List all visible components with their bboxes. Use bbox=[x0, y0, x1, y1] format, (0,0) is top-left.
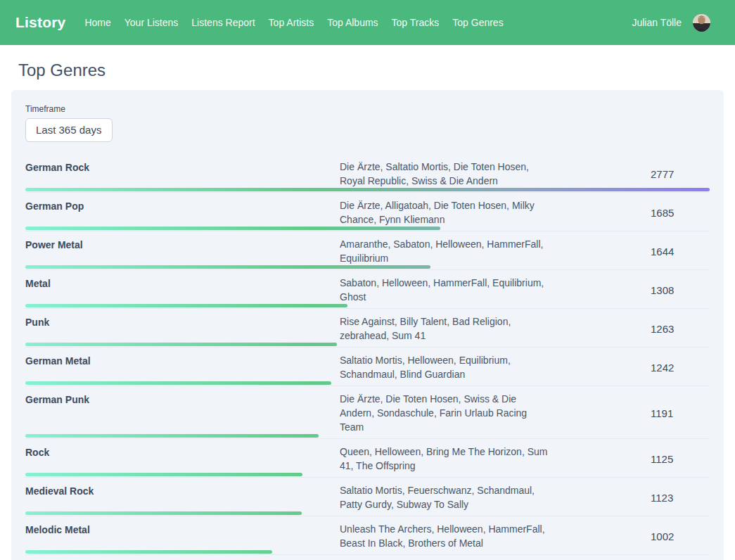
genre-table: German Rock Die Ärzte, Saltatio Mortis, … bbox=[25, 154, 710, 560]
genre-artists: Die Ärzte, Alligatoah, Die Toten Hosen, … bbox=[340, 198, 548, 227]
genres-card: Timeframe Last 365 days German Rock Die … bbox=[11, 90, 724, 560]
genre-count: 1263 bbox=[651, 323, 710, 335]
genre-bar-fill bbox=[25, 511, 302, 515]
genre-name: German Punk bbox=[25, 392, 340, 407]
genre-bar-track bbox=[25, 473, 710, 476]
genre-artists: Rise Against, Billy Talent, Bad Religion… bbox=[340, 314, 548, 343]
genre-bar-track bbox=[25, 265, 710, 269]
genre-count: 2777 bbox=[651, 168, 710, 180]
genre-name: German Rock bbox=[25, 160, 340, 174]
app-header: Listory Home Your Listens Listens Report… bbox=[0, 0, 735, 45]
genre-bar-fill bbox=[25, 227, 440, 230]
genre-artists: Saltatio Mortis, Helloween, Equilibrium,… bbox=[340, 353, 548, 381]
genre-name: Melodic Metal bbox=[25, 522, 340, 537]
genre-artists: Amaranthe, Sabaton, Helloween, HammerFal… bbox=[340, 237, 548, 265]
genre-count: 1685 bbox=[651, 207, 710, 219]
nav-item-top-genres[interactable]: Top Genres bbox=[452, 17, 503, 28]
genre-row: German Metal Saltatio Mortis, Helloween,… bbox=[25, 348, 710, 386]
user-avatar[interactable] bbox=[693, 14, 710, 32]
genre-bar-track bbox=[25, 343, 710, 346]
timeframe-select[interactable]: Last 365 days bbox=[25, 118, 113, 142]
genre-count: 1242 bbox=[651, 362, 710, 374]
nav-item-home[interactable]: Home bbox=[84, 17, 110, 28]
genre-bar-fill bbox=[25, 550, 272, 554]
genre-bar-fill bbox=[25, 434, 319, 438]
brand-logo[interactable]: Listory bbox=[15, 14, 65, 31]
genre-count: 1644 bbox=[651, 246, 710, 257]
genre-name: German Pop bbox=[25, 198, 340, 213]
page-title: Top Genres bbox=[18, 61, 717, 80]
genre-row: German Pop Die Ärzte, Alligatoah, Die To… bbox=[25, 193, 710, 231]
genre-row: Power Metal Amaranthe, Sabaton, Hellowee… bbox=[25, 231, 710, 270]
timeframe-label: Timeframe bbox=[25, 104, 710, 114]
genre-bar-fill bbox=[25, 188, 710, 191]
genre-artists: Unleash The Archers, Helloween, HammerFa… bbox=[340, 522, 548, 550]
genre-row: Metal Sabaton, Helloween, HammerFall, Eq… bbox=[25, 270, 710, 309]
genre-bar-fill bbox=[25, 381, 331, 385]
genre-name: Medieval Rock bbox=[25, 483, 340, 498]
genre-count: 1125 bbox=[651, 453, 710, 465]
nav-item-top-albums[interactable]: Top Albums bbox=[327, 17, 378, 28]
genre-row: German Punk Die Ärzte, Die Toten Hosen, … bbox=[25, 386, 710, 439]
avatar-photo bbox=[693, 14, 710, 32]
genre-bar-track bbox=[25, 381, 710, 385]
genre-name: Metal bbox=[25, 276, 340, 291]
genre-artists: Die Ärzte, Die Toten Hosen, Swiss & Die … bbox=[340, 392, 548, 434]
user-name: Julian Tölle bbox=[632, 17, 682, 28]
genre-bar-track bbox=[25, 188, 710, 191]
genre-row: Rock Queen, Helloween, Bring Me The Hori… bbox=[25, 439, 710, 478]
genre-row: German Rock Die Ärzte, Saltatio Mortis, … bbox=[25, 154, 710, 193]
nav-item-top-artists[interactable]: Top Artists bbox=[269, 17, 314, 28]
genre-count: 1123 bbox=[651, 492, 710, 504]
nav-item-your-listens[interactable]: Your Listens bbox=[124, 17, 179, 28]
genre-artists: Saltatio Mortis, Feuerschwanz, Schandmau… bbox=[340, 483, 548, 511]
genre-bar-track bbox=[25, 550, 710, 554]
genre-bar-fill bbox=[25, 473, 302, 476]
genre-bar-fill bbox=[25, 343, 337, 346]
genre-row: Medieval Rock Saltatio Mortis, Feuerschw… bbox=[25, 478, 710, 516]
genre-bar-fill bbox=[25, 265, 430, 269]
genre-bar-track bbox=[25, 304, 710, 307]
genre-count: 1308 bbox=[651, 284, 710, 296]
genre-name: Power Metal bbox=[25, 237, 340, 252]
genre-bar-fill bbox=[25, 304, 347, 307]
genre-artists: Die Ärzte, Saltatio Mortis, Die Toten Ho… bbox=[340, 160, 548, 188]
genre-count: 1002 bbox=[651, 530, 710, 542]
genre-count: 1191 bbox=[651, 407, 710, 419]
genre-name: Rock bbox=[25, 445, 340, 459]
genre-row: Punk Rise Against, Billy Talent, Bad Rel… bbox=[25, 309, 710, 348]
genre-name: German Metal bbox=[25, 353, 340, 368]
main-nav: Home Your Listens Listens Report Top Art… bbox=[84, 17, 516, 28]
top-genres-page: Top Genres Timeframe Last 365 days Germa… bbox=[0, 45, 735, 560]
genre-row: Melodic Metal Unleash The Archers, Hello… bbox=[25, 516, 710, 555]
genre-name: Punk bbox=[25, 314, 340, 329]
genre-bar-track bbox=[25, 511, 710, 515]
genre-artists: Sabaton, Helloween, HammerFall, Equilibr… bbox=[340, 276, 548, 304]
genre-artists: Queen, Helloween, Bring Me The Horizon, … bbox=[340, 445, 548, 473]
genre-bar-track bbox=[25, 227, 710, 230]
genre-row: German Indie Bukahara, Käptn Peng, KYTES… bbox=[25, 555, 710, 560]
nav-item-listens-report[interactable]: Listens Report bbox=[191, 17, 255, 28]
genre-bar-track bbox=[25, 434, 710, 438]
nav-item-top-tracks[interactable]: Top Tracks bbox=[392, 17, 440, 28]
